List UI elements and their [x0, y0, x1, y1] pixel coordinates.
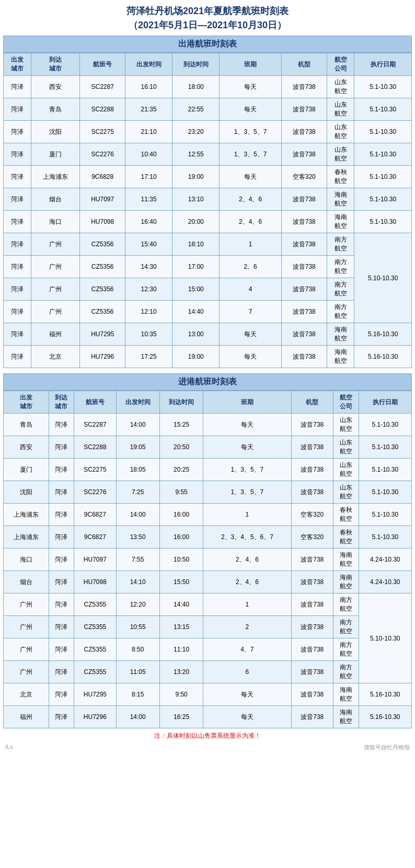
cell: HU7098	[74, 571, 116, 593]
departure-section-title: 出港航班时刻表	[3, 36, 412, 53]
cell: 广州	[31, 301, 80, 323]
section-gap	[3, 368, 412, 373]
cell: 15:50	[159, 571, 203, 593]
cell: 南方航空	[327, 256, 354, 278]
th-departure-from: 出发城市	[4, 53, 31, 76]
cell: 上海浦东	[4, 526, 49, 549]
cell: 每天	[220, 346, 282, 368]
page-wrapper: 菏泽牡丹机场2021年夏航季航班时刻表 （2021年5月1日—2021年10月3…	[0, 0, 415, 757]
cell: 波音738	[281, 323, 327, 346]
cell: 2	[203, 616, 291, 638]
cell: 烟台	[31, 188, 80, 211]
cell: 北京	[31, 346, 80, 368]
watermark-right: 搜狐号@牡丹晚报	[364, 744, 410, 751]
cell: 南方航空	[333, 661, 359, 683]
table-row: 菏泽厦门SC227610:4012:551、3、5、7波音738山东航空5.1-…	[4, 143, 412, 166]
cell: 菏泽	[4, 323, 31, 346]
cell: 16:40	[125, 211, 172, 233]
cell: 菏泽	[4, 346, 31, 368]
cell: 菏泽	[4, 98, 31, 121]
cell: HU7296	[80, 346, 125, 368]
cell: 9C6827	[74, 526, 116, 549]
cell: 菏泽	[49, 414, 74, 436]
cell: 菏泽	[4, 278, 31, 301]
table-row: 上海浦东菏泽9C682713:5016:002、3、4、5、6、7空客320春秋…	[4, 526, 412, 549]
table-row: 上海浦东菏泽9C682714:0016:001空客320春秋航空5.1-10.3…	[4, 504, 412, 526]
cell: 海南航空	[327, 346, 354, 368]
cell: 5.1-10.30	[359, 481, 411, 504]
cell: 5.10-10.30	[359, 593, 411, 683]
th-arrival-schedule: 班期	[203, 391, 291, 414]
cell: 南方航空	[333, 616, 359, 638]
cell: 波音738	[281, 256, 327, 278]
cell: CZ5356	[80, 278, 125, 301]
cell: 空客320	[281, 166, 327, 188]
cell: 菏泽	[4, 188, 31, 211]
cell: 春秋航空	[333, 504, 359, 526]
cell: 1、3、5、7	[203, 459, 291, 481]
cell: 空客320	[291, 504, 333, 526]
th-departure-flight: 航班号	[80, 53, 125, 76]
table-row: 菏泽上海浦东9C682817:1019:00每天空客320春秋航空5.1-10.…	[4, 166, 412, 188]
cell: 菏泽	[4, 121, 31, 143]
cell: 西安	[4, 436, 49, 459]
table-row: 广州菏泽CZ535510:5513:152波音738南方航空	[4, 616, 412, 638]
cell: 17:10	[125, 166, 172, 188]
cell: HU7295	[74, 683, 116, 706]
cell: 山东航空	[333, 436, 359, 459]
cell: 14:10	[116, 571, 159, 593]
cell: CZ5355	[74, 638, 116, 661]
cell: 4	[220, 278, 282, 301]
cell: 15:40	[125, 233, 172, 256]
cell: 波音738	[291, 638, 333, 661]
cell: CZ5356	[80, 301, 125, 323]
cell: 广州	[4, 616, 49, 638]
cell: 波音738	[281, 188, 327, 211]
cell: SC2288	[74, 436, 116, 459]
cell: 4、7	[203, 638, 291, 661]
arrival-section-title: 进港航班时刻表	[3, 373, 412, 391]
cell: 烟台	[4, 571, 49, 593]
table-row: 海口菏泽HU70977:5510:502、4、6波音738海南航空4.24-10…	[4, 549, 412, 571]
th-arrival-arrtime: 到达时间	[159, 391, 203, 414]
cell: 菏泽	[4, 143, 31, 166]
cell: 每天	[203, 683, 291, 706]
table-row: 菏泽烟台HU709711:3513:102、4、6波音738海南航空5.1-10…	[4, 188, 412, 211]
cell: 5.1-10.30	[359, 526, 411, 549]
cell: 11:05	[116, 661, 159, 683]
cell: 海南航空	[327, 211, 354, 233]
cell: 10:55	[116, 616, 159, 638]
table-row: 菏泽广州CZ535612:1014:407波音738南方航空	[4, 301, 412, 323]
cell: 沈阳	[31, 121, 80, 143]
cell: 15:00	[172, 278, 220, 301]
cell: 青岛	[4, 414, 49, 436]
th-arrival-from: 出发城市	[4, 391, 49, 414]
cell: 22:55	[172, 98, 220, 121]
cell: 11:35	[125, 188, 172, 211]
cell: 20:50	[159, 436, 203, 459]
th-departure-plane: 机型	[281, 53, 327, 76]
cell: 菏泽	[49, 459, 74, 481]
table-row: 菏泽北京HU729617:2519:00每天波音738海南航空5.16-10.3…	[4, 346, 412, 368]
cell: 14:40	[172, 301, 220, 323]
cell: 南方航空	[327, 278, 354, 301]
th-arrival-airline: 航空公司	[333, 391, 359, 414]
table-row: 菏泽海口HU709816:4020:002、4、6波音738海南航空5.1-10…	[4, 211, 412, 233]
table-row: 沈阳菏泽SC22767:259:551、3、5、7波音738山东航空5.1-10…	[4, 481, 412, 504]
cell: 每天	[203, 414, 291, 436]
cell: 5.1-10.30	[354, 76, 412, 98]
cell: 5.1-10.30	[354, 166, 412, 188]
cell: 14:00	[116, 706, 159, 728]
cell: 海南航空	[333, 683, 359, 706]
table-row: 广州菏泽CZ535512:2014:401波音738南方航空5.10-10.30	[4, 593, 412, 616]
th-departure-arrtime: 到达时间	[172, 53, 220, 76]
cell: SC2276	[80, 143, 125, 166]
th-departure-execdate: 执行日期	[354, 53, 412, 76]
cell: CZ5356	[80, 233, 125, 256]
table-row: 菏泽青岛SC228821:3522:55每天波音738山东航空5.1-10.30	[4, 98, 412, 121]
cell: 5.16-10.30	[359, 706, 411, 728]
th-departure-schedule: 班期	[220, 53, 282, 76]
cell: 5.1-10.30	[359, 414, 411, 436]
cell: 山东航空	[327, 98, 354, 121]
th-arrival-to: 到达城市	[49, 391, 74, 414]
